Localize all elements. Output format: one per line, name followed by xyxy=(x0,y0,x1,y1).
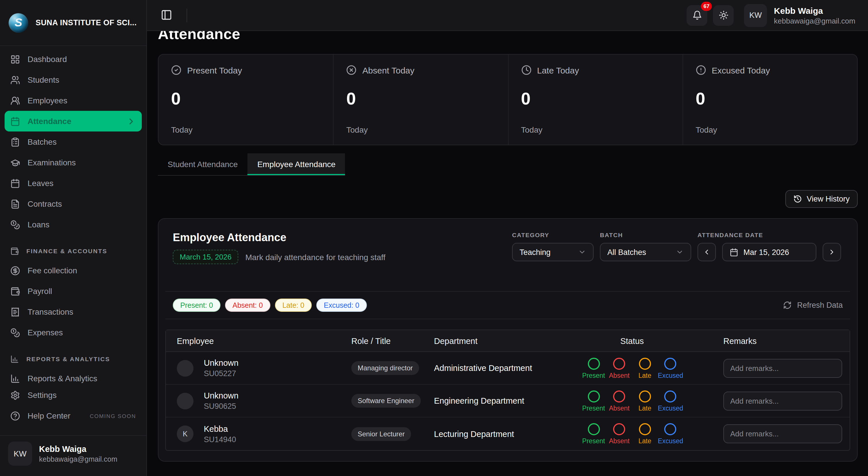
x-circle-icon xyxy=(346,65,357,75)
avatar: K xyxy=(177,425,193,442)
panel-filters: CATEGORY Teaching BATCH All Batches xyxy=(512,231,841,291)
sidebar-item-expenses[interactable]: Expenses xyxy=(5,322,142,343)
notifications-button[interactable]: 67 xyxy=(687,5,707,26)
late-radio-icon xyxy=(639,390,651,402)
sidebar-item-label: Leaves xyxy=(28,179,53,188)
sidebar-item-label: Transactions xyxy=(28,307,73,316)
sidebar-item-fee-collection[interactable]: Fee collection xyxy=(5,260,142,281)
bar-chart-icon xyxy=(10,355,19,363)
absent-counter-pill: Absent: 0 xyxy=(225,299,270,312)
sidebar-item-students[interactable]: Students xyxy=(5,69,142,90)
users-round-icon xyxy=(10,96,20,106)
stat-label: Present Today xyxy=(187,65,242,75)
absent-radio-icon xyxy=(613,390,625,402)
tab-employee-attendance[interactable]: Employee Attendance xyxy=(247,153,345,175)
status-group: Present Absent Late Excused xyxy=(581,357,683,379)
batch-select[interactable]: All Batches xyxy=(600,243,691,261)
user-name: Kebb Waiga xyxy=(39,444,117,453)
department: Engineering Department xyxy=(427,396,574,405)
category-label: CATEGORY xyxy=(512,231,594,238)
present-radio-icon xyxy=(588,423,600,435)
sidebar-item-label: Expenses xyxy=(28,328,63,337)
sidebar-item-label: Attendance xyxy=(28,117,71,126)
batch-value: All Batches xyxy=(608,248,646,257)
mark-late-button[interactable]: Late xyxy=(632,357,658,379)
mark-present-button[interactable]: Present xyxy=(581,390,606,411)
coming-soon-badge: COMING SOON xyxy=(90,413,136,419)
mark-absent-button[interactable]: Absent xyxy=(607,390,632,411)
mark-late-button[interactable]: Late xyxy=(632,390,658,411)
remarks-input[interactable] xyxy=(723,359,842,378)
tab-student-attendance[interactable]: Student Attendance xyxy=(158,153,247,175)
sidebar-item-leaves[interactable]: Leaves xyxy=(5,173,142,194)
sidebar-item-label: Fee collection xyxy=(28,266,77,275)
theme-toggle-button[interactable] xyxy=(713,5,734,26)
excused-counter-pill: Excused: 0 xyxy=(316,299,367,312)
stat-value: 0 xyxy=(521,89,670,109)
sidebar-item-dashboard[interactable]: Dashboard xyxy=(5,49,142,69)
topbar-divider xyxy=(187,8,187,22)
stat-caption: Today xyxy=(346,125,495,135)
next-day-button[interactable] xyxy=(823,243,841,261)
section-label: FINANCE & ACCOUNTS xyxy=(26,247,107,255)
mark-absent-button[interactable]: Absent xyxy=(607,423,632,444)
table-header-row: Employee Role / Title Department Status … xyxy=(166,330,849,352)
view-history-button[interactable]: View History xyxy=(785,190,858,208)
sidebar: S SUNA INSTITUTE OF SCI... Dashboard Stu… xyxy=(0,0,147,476)
mark-excused-button[interactable]: Excused xyxy=(658,357,683,379)
category-select[interactable]: Teaching xyxy=(512,243,594,261)
user-email: kebbawaiga@gmail.com xyxy=(39,455,117,463)
excused-radio-icon xyxy=(664,423,677,435)
history-icon xyxy=(794,195,802,203)
late-radio-icon xyxy=(639,423,651,435)
brand-logo: S xyxy=(9,13,28,32)
column-header-remarks: Remarks xyxy=(716,336,849,346)
sidebar-toggle-button[interactable] xyxy=(161,9,174,22)
section-finance-accounts: FINANCE & ACCOUNTS xyxy=(5,242,142,260)
sidebar-item-batches[interactable]: Batches xyxy=(5,131,142,152)
department: Lecturing Department xyxy=(427,429,574,438)
stat-card-excused-today: Excused Today 0 Today xyxy=(683,55,857,145)
brand: S SUNA INSTITUTE OF SCI... xyxy=(0,0,146,46)
circle-dollar-icon xyxy=(10,266,20,275)
attendance-table: Employee Role / Title Department Status … xyxy=(165,330,850,451)
table-row: K Kebba SU14940 Senior Lecturer Lecturin… xyxy=(166,417,849,450)
sidebar-user-card[interactable]: KW Kebb Waiga kebbawaiga@gmail.com xyxy=(0,435,146,466)
sidebar-item-attendance[interactable]: Attendance xyxy=(5,111,142,131)
excused-radio-icon xyxy=(664,357,677,369)
sidebar-item-settings[interactable]: Settings xyxy=(5,385,142,405)
mark-late-button[interactable]: Late xyxy=(632,423,658,444)
check-circle-icon xyxy=(171,65,181,75)
sidebar-item-loans[interactable]: Loans xyxy=(5,214,142,235)
mark-absent-button[interactable]: Absent xyxy=(607,357,632,379)
mark-present-button[interactable]: Present xyxy=(581,357,606,379)
batch-label: BATCH xyxy=(600,231,691,238)
excused-radio-icon xyxy=(664,390,677,402)
remarks-input[interactable] xyxy=(723,424,842,443)
sidebar-item-transactions[interactable]: Transactions xyxy=(5,301,142,322)
avatar[interactable]: KW xyxy=(744,4,767,27)
present-counter-pill: Present: 0 xyxy=(173,299,220,312)
mark-excused-button[interactable]: Excused xyxy=(658,390,683,411)
sidebar-item-label: Batches xyxy=(28,137,57,146)
attendance-date-label: ATTENDANCE DATE xyxy=(698,231,841,238)
employee-name: Kebba xyxy=(204,424,236,433)
date-picker-button[interactable]: Mar 15, 2026 xyxy=(722,243,816,261)
previous-day-button[interactable] xyxy=(698,243,716,261)
mark-present-button[interactable]: Present xyxy=(581,423,606,444)
avatar xyxy=(177,360,193,376)
app-root: S SUNA INSTITUTE OF SCI... Dashboard Stu… xyxy=(0,0,868,476)
mark-excused-button[interactable]: Excused xyxy=(658,423,683,444)
sidebar-item-payroll[interactable]: Payroll xyxy=(5,281,142,301)
stat-label: Absent Today xyxy=(363,65,414,75)
sidebar-item-help-center[interactable]: Help Center COMING SOON xyxy=(5,405,142,426)
calendar-days-icon xyxy=(10,116,20,126)
employee-id: SU14940 xyxy=(204,435,236,444)
remarks-input[interactable] xyxy=(723,391,842,410)
wallet-icon xyxy=(10,286,20,296)
sidebar-item-contracts[interactable]: Contracts xyxy=(5,194,142,214)
sidebar-item-label: Examinations xyxy=(28,158,76,167)
sidebar-item-examinations[interactable]: Examinations xyxy=(5,152,142,173)
sidebar-item-employees[interactable]: Employees xyxy=(5,90,142,111)
refresh-data-button[interactable]: Refresh Data xyxy=(783,301,843,309)
